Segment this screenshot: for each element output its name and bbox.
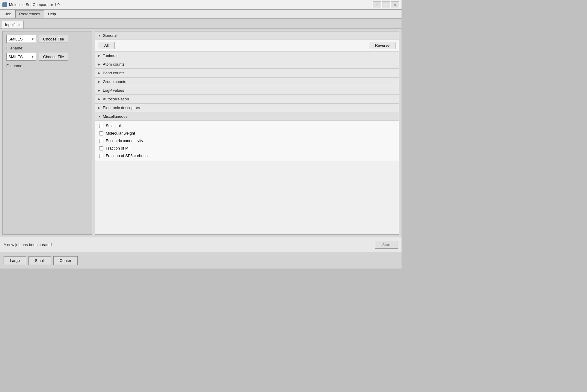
status-bar: A new job has been created Start bbox=[0, 237, 402, 252]
checkbox-item-eccentric-connectivity[interactable]: Eccentric connectivity bbox=[95, 137, 399, 144]
section-electronic-descriptors: ▶ Electronic descriptors bbox=[95, 104, 399, 112]
menu-help[interactable]: Help bbox=[44, 10, 60, 18]
group-counts-label: Group counts bbox=[103, 79, 126, 84]
checkbox-eccentric-connectivity-label: Eccentric connectivity bbox=[106, 138, 143, 143]
filename-label-1: Filename: bbox=[6, 46, 88, 50]
logp-values-label: LogP values bbox=[103, 88, 124, 93]
close-button[interactable]: ✕ bbox=[391, 1, 399, 8]
autocorrelation-label: Autocorrelation bbox=[103, 97, 129, 101]
checkbox-fraction-sp3-label: Fraction of SP3 carbons bbox=[106, 153, 147, 158]
descriptor-scroll[interactable]: ▼ General All Reverse ▶ Tanimoto ▶ bbox=[95, 31, 399, 234]
menu-bar: Job Preferences Help bbox=[0, 10, 402, 19]
app-icon bbox=[2, 2, 7, 7]
bond-counts-label: Bond counts bbox=[103, 71, 124, 75]
dropdown-2[interactable]: SMILES ▼ bbox=[6, 53, 36, 61]
tab-input1-label: Input1 bbox=[5, 22, 16, 27]
choose-file-button-1[interactable]: Choose File bbox=[39, 35, 68, 43]
bond-counts-expand-icon: ▶ bbox=[98, 71, 101, 75]
section-atom-counts: ▶ Atom counts bbox=[95, 60, 399, 69]
bond-counts-header[interactable]: ▶ Bond counts bbox=[95, 69, 399, 77]
section-autocorrelation: ▶ Autocorrelation bbox=[95, 95, 399, 104]
filename-label-2: Filename: bbox=[6, 64, 88, 68]
dropdown-2-arrow: ▼ bbox=[31, 55, 34, 58]
checkbox-fraction-sp3[interactable] bbox=[99, 154, 103, 158]
checkbox-item-select-all[interactable]: Select all bbox=[95, 122, 399, 129]
choose-file-button-2[interactable]: Choose File bbox=[39, 53, 68, 61]
tab-input1[interactable]: Input1 ✕ bbox=[2, 21, 24, 28]
tanimoto-expand-icon: ▶ bbox=[98, 54, 101, 57]
menu-job[interactable]: Job bbox=[1, 10, 15, 18]
large-button[interactable]: Large bbox=[4, 256, 26, 265]
tab-bar: Input1 ✕ bbox=[0, 19, 402, 29]
autocorrelation-expand-icon: ▶ bbox=[98, 97, 101, 101]
menu-preferences[interactable]: Preferences bbox=[15, 10, 44, 18]
bottom-bar: Large Small Center bbox=[0, 252, 402, 269]
checkbox-molecular-weight[interactable] bbox=[99, 131, 103, 135]
section-general: ▼ General All Reverse bbox=[95, 31, 399, 52]
minimize-button[interactable]: − bbox=[373, 1, 381, 8]
miscellaneous-expand-icon: ▼ bbox=[98, 115, 101, 118]
checkbox-fraction-mf[interactable] bbox=[99, 146, 103, 150]
checkbox-select-all[interactable] bbox=[99, 124, 103, 128]
all-button[interactable]: All bbox=[98, 42, 115, 49]
status-message: A new job has been created bbox=[4, 242, 52, 247]
dropdown-1-arrow: ▼ bbox=[31, 37, 34, 41]
checkbox-item-fraction-sp3[interactable]: Fraction of SP3 carbons bbox=[95, 152, 399, 159]
logp-values-header[interactable]: ▶ LogP values bbox=[95, 86, 399, 95]
tanimoto-label: Tanimoto bbox=[103, 53, 119, 58]
section-tanimoto: ▶ Tanimoto bbox=[95, 52, 399, 60]
group-counts-header[interactable]: ▶ Group counts bbox=[95, 78, 399, 86]
section-group-counts: ▶ Group counts bbox=[95, 78, 399, 86]
checkbox-eccentric-connectivity[interactable] bbox=[99, 139, 103, 143]
tab-close-icon[interactable]: ✕ bbox=[18, 23, 20, 26]
app-title: Molecule Set Comparator 1.0 bbox=[9, 2, 60, 7]
tanimoto-header[interactable]: ▶ Tanimoto bbox=[95, 52, 399, 60]
checkbox-item-molecular-weight[interactable]: Molecular weight bbox=[95, 129, 399, 137]
input-row-1: SMILES ▼ Choose File bbox=[6, 35, 88, 43]
section-miscellaneous: ▼ Miscellaneous Select all Molecular wei… bbox=[95, 112, 399, 161]
checkbox-item-fraction-mf[interactable]: Fraction of MF bbox=[95, 144, 399, 152]
group-counts-expand-icon: ▶ bbox=[98, 80, 101, 83]
atom-counts-label: Atom counts bbox=[103, 62, 124, 67]
start-button[interactable]: Start bbox=[375, 241, 398, 249]
logp-expand-icon: ▶ bbox=[98, 89, 101, 92]
input-row-2: SMILES ▼ Choose File bbox=[6, 53, 88, 61]
general-label: General bbox=[103, 33, 117, 38]
section-bond-counts: ▶ Bond counts bbox=[95, 69, 399, 78]
small-button[interactable]: Small bbox=[28, 256, 51, 265]
checkbox-fraction-mf-label: Fraction of MF bbox=[106, 146, 131, 150]
atom-counts-header[interactable]: ▶ Atom counts bbox=[95, 60, 399, 69]
miscellaneous-header[interactable]: ▼ Miscellaneous bbox=[95, 112, 399, 121]
miscellaneous-label: Miscellaneous bbox=[103, 114, 127, 119]
main-content: SMILES ▼ Choose File Filename: SMILES ▼ … bbox=[0, 29, 402, 237]
electronic-expand-icon: ▶ bbox=[98, 106, 101, 109]
electronic-descriptors-header[interactable]: ▶ Electronic descriptors bbox=[95, 104, 399, 112]
title-bar: Molecule Set Comparator 1.0 − □ ✕ bbox=[0, 0, 402, 10]
atom-counts-expand-icon: ▶ bbox=[98, 63, 101, 66]
general-expand-icon: ▼ bbox=[98, 34, 101, 37]
reverse-button[interactable]: Reverse bbox=[369, 42, 396, 49]
general-controls: All Reverse bbox=[95, 40, 399, 51]
miscellaneous-items: Select all Molecular weight Eccentric co… bbox=[95, 121, 399, 161]
dropdown-1[interactable]: SMILES ▼ bbox=[6, 35, 36, 43]
electronic-descriptors-label: Electronic descriptors bbox=[103, 105, 140, 110]
autocorrelation-header[interactable]: ▶ Autocorrelation bbox=[95, 95, 399, 103]
section-logp-values: ▶ LogP values bbox=[95, 86, 399, 95]
dropdown-2-value: SMILES bbox=[8, 55, 23, 59]
general-header[interactable]: ▼ General bbox=[95, 31, 399, 40]
dropdown-1-value: SMILES bbox=[8, 37, 23, 41]
left-panel: SMILES ▼ Choose File Filename: SMILES ▼ … bbox=[2, 31, 92, 235]
window-controls: − □ ✕ bbox=[373, 1, 399, 8]
center-button[interactable]: Center bbox=[53, 256, 78, 265]
right-panel: ▼ General All Reverse ▶ Tanimoto ▶ bbox=[95, 31, 399, 235]
checkbox-select-all-label: Select all bbox=[106, 123, 122, 128]
maximize-button[interactable]: □ bbox=[382, 1, 390, 8]
title-bar-left: Molecule Set Comparator 1.0 bbox=[2, 2, 60, 7]
checkbox-molecular-weight-label: Molecular weight bbox=[106, 131, 135, 135]
